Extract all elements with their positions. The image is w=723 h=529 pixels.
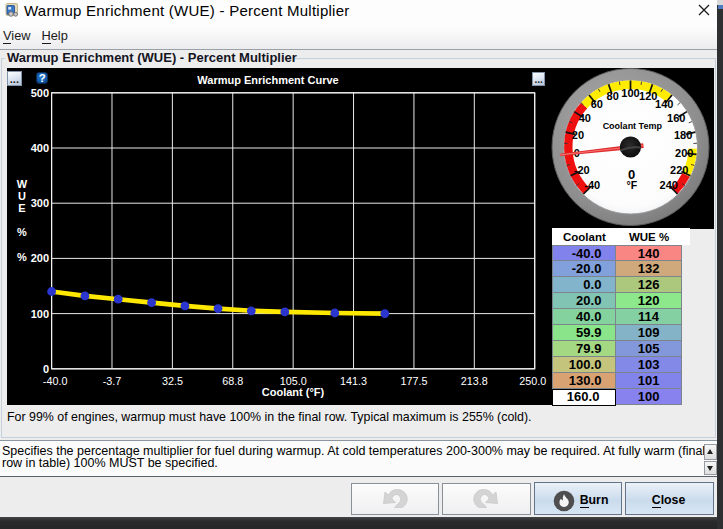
svg-text:0: 0 bbox=[43, 362, 49, 374]
svg-text:220: 220 bbox=[670, 164, 688, 176]
svg-text:80: 80 bbox=[607, 89, 619, 101]
svg-text:160: 160 bbox=[667, 111, 685, 123]
svg-text:177.5: 177.5 bbox=[400, 374, 427, 386]
svg-text:32.5: 32.5 bbox=[162, 374, 183, 386]
svg-text:Coolant Temp: Coolant Temp bbox=[603, 120, 663, 130]
svg-text:60: 60 bbox=[591, 98, 603, 110]
svg-text:U: U bbox=[18, 189, 26, 201]
svg-text:W: W bbox=[17, 177, 28, 189]
svg-text:500: 500 bbox=[31, 86, 49, 98]
svg-text:141.3: 141.3 bbox=[340, 374, 367, 386]
svg-text:400: 400 bbox=[31, 142, 49, 154]
svg-text:°F: °F bbox=[626, 179, 637, 191]
svg-text:213.8: 213.8 bbox=[461, 374, 488, 386]
svg-text:%: % bbox=[17, 225, 27, 237]
svg-text:-20: -20 bbox=[574, 164, 590, 176]
svg-text:200: 200 bbox=[675, 146, 693, 158]
svg-text:68.8: 68.8 bbox=[222, 374, 243, 386]
svg-text:105.0: 105.0 bbox=[280, 374, 307, 386]
svg-text:100: 100 bbox=[621, 86, 639, 98]
svg-text:300: 300 bbox=[31, 197, 49, 209]
svg-text:40: 40 bbox=[579, 111, 591, 123]
svg-text:200: 200 bbox=[31, 252, 49, 264]
svg-text:-40: -40 bbox=[584, 178, 600, 190]
svg-text:Warmup Enrichment Curve: Warmup Enrichment Curve bbox=[197, 73, 338, 85]
svg-text:180: 180 bbox=[674, 128, 692, 140]
svg-text:-3.7: -3.7 bbox=[103, 374, 122, 386]
svg-text:20: 20 bbox=[572, 128, 584, 140]
svg-text:-40.0: -40.0 bbox=[43, 374, 68, 386]
svg-text:240: 240 bbox=[660, 178, 678, 190]
svg-text:140: 140 bbox=[655, 98, 673, 110]
svg-text:Coolant (°F): Coolant (°F) bbox=[262, 386, 325, 398]
svg-text:100: 100 bbox=[31, 307, 49, 319]
svg-text:250.0: 250.0 bbox=[519, 374, 546, 386]
svg-text:%: % bbox=[17, 251, 27, 263]
svg-text:E: E bbox=[18, 201, 25, 213]
